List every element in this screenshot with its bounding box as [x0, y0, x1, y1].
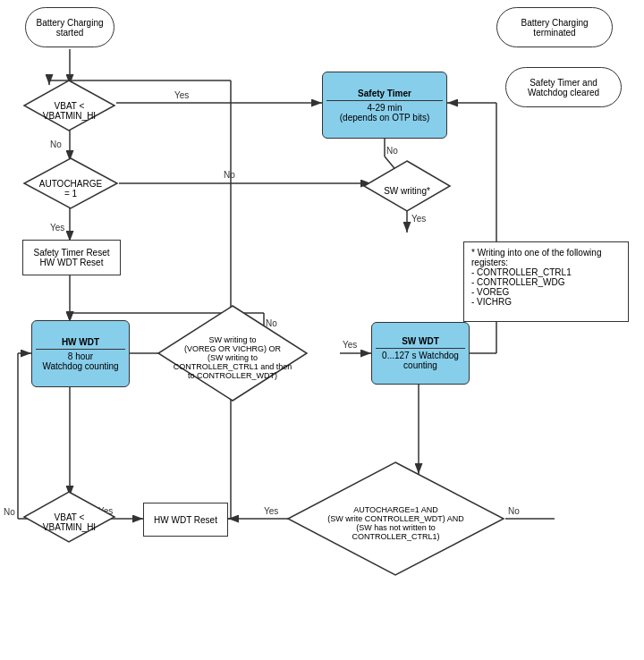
sw-writing-diamond: SW writing* — [362, 159, 452, 213]
autocharge-diamond: AUTOCHARGE = 1 — [22, 157, 119, 210]
sw-writing2-label: SW writing to (VOREG OR VICHRG) OR (SW w… — [160, 326, 306, 380]
battery-charging-terminated: Battery Charging terminated — [496, 7, 613, 47]
flowchart-diagram: Yes No No Yes No Yes No Yes — [0, 0, 644, 660]
hw-wdt-box: HW WDT 8 hour Watchdog counting — [31, 320, 130, 387]
vbat-label: VBAT < VBATMIN_HI — [43, 91, 96, 121]
no-label-5: No — [4, 507, 15, 517]
battery-terminated-label: Battery Charging terminated — [521, 18, 588, 38]
safety-timer-reset-box: Safety Timer Reset HW WDT Reset — [22, 240, 121, 275]
note-label: * Writing into one of the following regi… — [471, 248, 601, 307]
autocharge2-label: AUTOCHARGE=1 AND (SW write CONTROLLER_WD… — [309, 496, 482, 541]
hw-wdt-reset-box: HW WDT Reset — [143, 503, 228, 537]
sw-wdt-box: SW WDT 0...127 s Watchdog counting — [371, 322, 470, 385]
sw-writing-label: SW writing* — [384, 176, 430, 196]
autocharge2-diamond: AUTOCHARGE=1 AND (SW write CONTROLLER_WD… — [286, 461, 505, 577]
sw-wdt-title: SW WDT — [376, 336, 465, 349]
battery-charging-start: Battery Charging started — [25, 7, 114, 47]
autocharge-label: AUTOCHARGE = 1 — [39, 169, 102, 199]
vbat2-label: VBAT < VBATMIN_HI — [43, 503, 96, 532]
sw-writing2-diamond: SW writing to (VOREG OR VICHRG) OR (SW w… — [157, 304, 309, 402]
sw-wdt-body: 0...127 s Watchdog counting — [382, 351, 459, 370]
hw-wdt-body: 8 hour Watchdog counting — [42, 351, 118, 371]
hw-wdt-title: HW WDT — [36, 337, 125, 350]
vbat-diamond: VBAT < VBATMIN_HI — [22, 79, 116, 132]
vbat2-diamond: VBAT < VBATMIN_HI — [22, 490, 116, 544]
note-box: * Writing into one of the following regi… — [463, 241, 629, 322]
safety-timer-reset-label: Safety Timer Reset HW WDT Reset — [33, 248, 109, 267]
hw-wdt-reset-label: HW WDT Reset — [154, 515, 217, 525]
battery-start-label: Battery Charging started — [36, 18, 103, 38]
